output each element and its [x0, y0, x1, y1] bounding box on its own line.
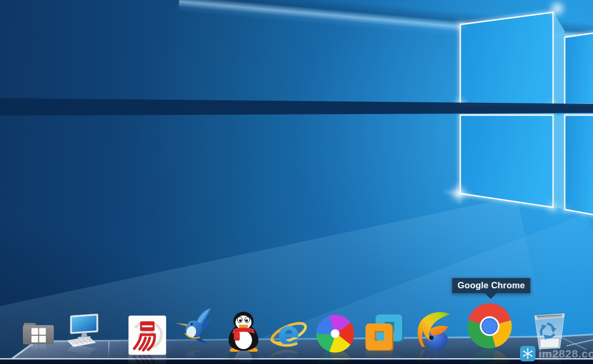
tooltip-label: Google Chrome [458, 280, 525, 290]
hummingbird-browser-icon[interactable] [174, 306, 214, 347]
qq-icon[interactable] [226, 311, 262, 352]
watermark-text: im2828.com [539, 347, 593, 360]
yi-language-icon[interactable] [128, 316, 166, 355]
vmware-workstation-icon[interactable] [364, 313, 405, 351]
snowflake-icon [520, 346, 535, 361]
my-computer-icon[interactable] [66, 312, 101, 348]
programs-folder-icon[interactable] [21, 319, 55, 345]
flame-f-game-icon[interactable] [410, 308, 453, 351]
watermark: im2828.com [520, 346, 593, 361]
tooltip: Google Chrome [452, 278, 531, 294]
tooltip-arrow [485, 293, 497, 299]
google-chrome-icon[interactable] [465, 302, 515, 351]
internet-explorer-icon[interactable]: e [269, 315, 308, 351]
dock-front-face [0, 358, 593, 364]
desktop-screen: e [0, 0, 593, 364]
pinwheel-browser-icon[interactable] [315, 314, 355, 353]
